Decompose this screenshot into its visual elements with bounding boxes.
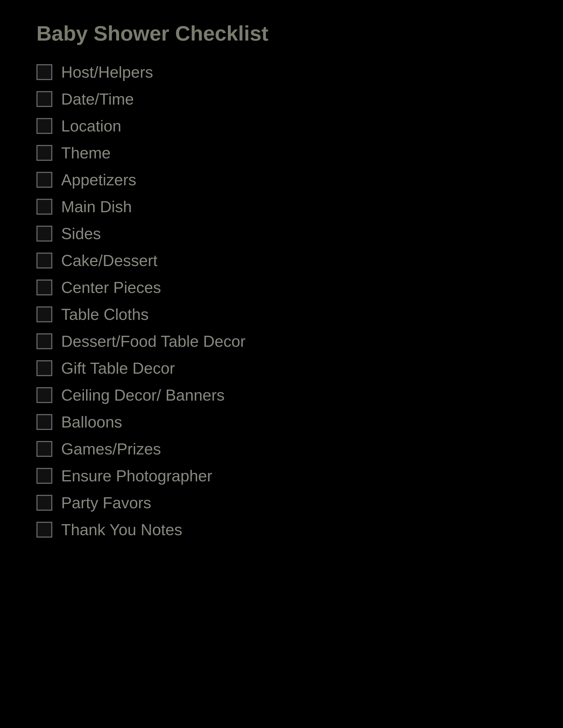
checklist-item-center-pieces: Center Pieces [36,274,527,301]
checkbox-party-favors[interactable] [36,495,52,511]
checklist-item-party-favors: Party Favors [36,489,527,516]
item-label-party-favors: Party Favors [61,494,151,512]
checkbox-games-prizes[interactable] [36,441,52,457]
item-label-gift-table-decor: Gift Table Decor [61,359,175,377]
item-label-appetizers: Appetizers [61,171,136,189]
item-label-dessert-food-table-decor: Dessert/Food Table Decor [61,332,245,350]
item-label-table-cloths: Table Cloths [61,305,148,323]
checkbox-dessert-food-table-decor[interactable] [36,333,52,349]
checkbox-date-time[interactable] [36,91,52,107]
checklist-item-appetizers: Appetizers [36,166,527,193]
page-container: Baby Shower Checklist Host/HelpersDate/T… [0,0,563,565]
checkbox-ceiling-decor-banners[interactable] [36,387,52,403]
checkbox-host-helpers[interactable] [36,64,52,80]
checkbox-main-dish[interactable] [36,199,52,215]
checkbox-balloons[interactable] [36,414,52,430]
checklist-item-dessert-food-table-decor: Dessert/Food Table Decor [36,328,527,355]
checkbox-sides[interactable] [36,226,52,242]
item-label-balloons: Balloons [61,413,122,431]
checkbox-center-pieces[interactable] [36,280,52,295]
item-label-main-dish: Main Dish [61,198,132,216]
item-label-sides: Sides [61,225,101,243]
item-label-location: Location [61,117,121,135]
checklist-item-theme: Theme [36,139,527,166]
checklist-item-ceiling-decor-banners: Ceiling Decor/ Banners [36,382,527,409]
checkbox-ensure-photographer[interactable] [36,468,52,484]
checklist-item-table-cloths: Table Cloths [36,301,527,328]
item-label-games-prizes: Games/Prizes [61,440,161,458]
checklist-item-main-dish: Main Dish [36,193,527,220]
checklist-item-ensure-photographer: Ensure Photographer [36,462,527,489]
checklist-item-date-time: Date/Time [36,86,527,113]
item-label-cake-dessert: Cake/Dessert [61,251,157,270]
item-label-center-pieces: Center Pieces [61,278,161,296]
item-label-ensure-photographer: Ensure Photographer [61,467,212,485]
checklist: Host/HelpersDate/TimeLocationThemeAppeti… [36,59,527,543]
item-label-date-time: Date/Time [61,90,134,108]
checkbox-table-cloths[interactable] [36,306,52,322]
checklist-item-cake-dessert: Cake/Dessert [36,247,527,274]
checkbox-theme[interactable] [36,145,52,161]
item-label-thank-you-notes: Thank You Notes [61,521,182,539]
page-title: Baby Shower Checklist [36,21,527,45]
checkbox-cake-dessert[interactable] [36,253,52,268]
item-label-theme: Theme [61,144,111,162]
checklist-item-host-helpers: Host/Helpers [36,59,527,86]
item-label-host-helpers: Host/Helpers [61,63,153,81]
checklist-item-thank-you-notes: Thank You Notes [36,516,527,543]
checklist-item-balloons: Balloons [36,409,527,435]
checklist-item-location: Location [36,113,527,139]
checkbox-gift-table-decor[interactable] [36,360,52,376]
checklist-item-games-prizes: Games/Prizes [36,435,527,462]
checklist-item-gift-table-decor: Gift Table Decor [36,355,527,382]
checkbox-appetizers[interactable] [36,172,52,188]
checklist-item-sides: Sides [36,220,527,247]
checkbox-location[interactable] [36,118,52,134]
item-label-ceiling-decor-banners: Ceiling Decor/ Banners [61,386,224,404]
checkbox-thank-you-notes[interactable] [36,522,52,538]
